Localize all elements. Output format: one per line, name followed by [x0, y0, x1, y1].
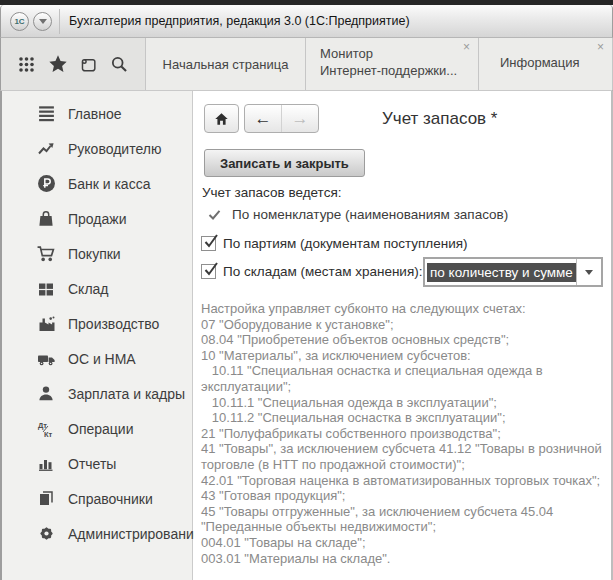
favorites-star-icon[interactable] — [47, 53, 69, 75]
forward-button[interactable]: → — [282, 105, 318, 132]
close-icon[interactable]: × — [597, 41, 604, 53]
home-button[interactable] — [204, 104, 239, 133]
page-title: Учет запасов * — [382, 109, 497, 129]
section-label: Учет запасов ведется: — [202, 185, 341, 200]
bar-chart-icon — [35, 454, 57, 474]
inventory-settings-form: ← → Учет запасов * Записать и закрыть Уч… — [194, 91, 613, 580]
tab-label: Начальная страница — [163, 57, 289, 72]
person-icon — [35, 384, 57, 404]
sidebar-item-directories[interactable]: Справочники — [2, 481, 192, 516]
main-area: Главное Руководителю — [0, 91, 613, 580]
sidebar-item-main[interactable]: Главное — [2, 96, 192, 131]
close-icon[interactable]: × — [463, 41, 470, 53]
option-label[interactable]: По складам (местам хранения): — [223, 264, 422, 279]
svg-text:Кт: Кт — [44, 430, 53, 439]
tab-information[interactable]: Информация × — [480, 38, 613, 90]
shopping-cart-icon — [35, 244, 57, 264]
trend-icon — [35, 139, 57, 159]
accounts-info-text: Настройка управляет субконто на следующи… — [201, 301, 609, 566]
sidebar-item-operations[interactable]: Дт Кт Операции — [2, 411, 192, 446]
history-scroll-icon[interactable] — [78, 53, 100, 75]
tab-internet-support-monitor[interactable]: МониторИнтернет-поддержки... × — [307, 38, 479, 90]
window-title: Бухгалтерия предприятия, редакция 3.0 (1… — [69, 14, 410, 28]
gear-icon — [35, 524, 57, 544]
application-window: 1С Бухгалтерия предприятия, редакция 3.0… — [0, 0, 613, 580]
sidebar-item-manager[interactable]: Руководителю — [2, 131, 192, 166]
quick-toolbar — [1, 38, 146, 90]
option-label[interactable]: По партиям (документам поступления) — [223, 236, 468, 251]
sidebar-item-administration[interactable]: Администрирование — [2, 516, 192, 551]
debit-credit-icon: Дт Кт — [35, 419, 57, 439]
warehouse-accounting-select[interactable]: по количеству и сумме — [423, 257, 603, 287]
dropdown-arrow-button[interactable] — [576, 259, 601, 285]
sidebar-item-reports[interactable]: Отчеты — [2, 446, 192, 481]
check-icon — [208, 209, 221, 221]
sidebar-item-production[interactable]: Производство — [2, 306, 192, 341]
menu-lines-icon — [35, 104, 57, 124]
app-logo-1c: 1С — [14, 17, 24, 26]
tab-label: МониторИнтернет-поддержки... — [320, 45, 457, 79]
ruble-coin-icon — [35, 174, 57, 194]
tab-label: Информация — [500, 55, 580, 70]
back-button[interactable]: ← — [245, 105, 282, 132]
home-icon — [213, 111, 230, 127]
factory-icon — [35, 314, 57, 334]
chevron-down-icon — [585, 270, 593, 275]
sidebar-item-bank-cash[interactable]: Банк и касса — [2, 166, 192, 201]
books-icon — [35, 489, 57, 509]
warehouse-icon — [35, 279, 57, 299]
tab-start-page[interactable]: Начальная страница — [146, 38, 306, 90]
sidebar-item-payroll-hr[interactable]: Зарплата и кадры — [2, 376, 192, 411]
title-bar: 1С Бухгалтерия предприятия, редакция 3.0… — [0, 5, 613, 38]
truck-icon — [35, 349, 57, 369]
app-menu-button[interactable]: 1С — [10, 12, 29, 31]
system-menu-button[interactable] — [33, 12, 52, 31]
sidebar-item-sales[interactable]: Продажи — [2, 201, 192, 236]
navigation-buttons: ← → — [244, 104, 319, 133]
sections-panel: Главное Руководителю — [0, 91, 193, 580]
selected-value: по количеству и сумме — [427, 263, 576, 282]
batches-checkbox[interactable] — [201, 236, 216, 251]
shopping-bag-icon — [35, 209, 57, 229]
save-and-close-button[interactable]: Записать и закрыть — [204, 149, 365, 177]
warehouses-checkbox[interactable] — [201, 264, 216, 279]
sidebar-item-purchases[interactable]: Покупки — [2, 236, 192, 271]
tab-bar: Начальная страница МониторИнтернет-подде… — [0, 38, 613, 91]
chevron-down-icon — [39, 19, 47, 24]
search-icon[interactable] — [109, 53, 131, 75]
titlebar-divider — [59, 9, 60, 34]
sidebar-item-warehouse[interactable]: Склад — [2, 271, 192, 306]
option-label: По номенклатуре (наименованиям запасов) — [232, 207, 508, 222]
menu-grid-icon[interactable] — [16, 53, 38, 75]
sidebar-item-fixed-assets[interactable]: ОС и НМА — [2, 341, 192, 376]
